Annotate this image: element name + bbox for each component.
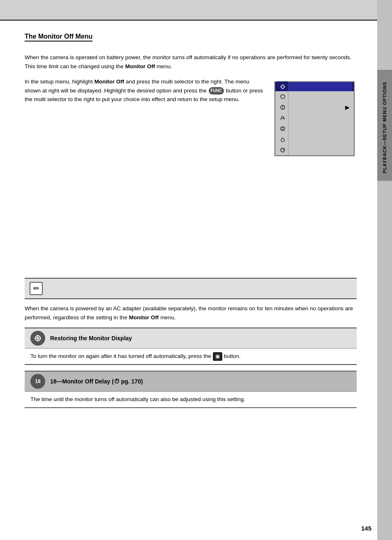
tip2-body-text: The time until the monitor turns off aut… [30,395,351,404]
monitor-button-inline: ▣ [213,352,222,361]
tip1-title: Restoring the Monitor Display [50,335,132,342]
side-tab-bg: PLAYBACK—SETUP MENU OPTIONS [377,0,392,540]
svg-point-15 [37,337,39,339]
side-tab-label: PLAYBACK—SETUP MENU OPTIONS [382,82,387,173]
svg-point-10 [281,138,284,142]
page-number: 145 [361,525,371,532]
tip2-icon: 18 [30,374,45,389]
svg-point-7 [281,127,285,131]
tip1-body: To turn the monitor on again after it ha… [25,348,357,365]
side-tab-text-container: PLAYBACK—SETUP MENU OPTIONS [377,74,392,181]
svg-marker-0 [281,85,285,89]
camera-lcd-menu: ▶ [274,81,355,156]
spacer [25,163,357,278]
tip1-body-text: To turn the monitor on again after it ha… [30,352,351,361]
camera-menu-image: ▶ [274,77,357,156]
tip1-icon [30,331,45,346]
tip2-title: 18—Monitor Off Delay (⏱ pg. 170) [50,378,143,385]
section-title: The Monitor Off Menu [25,33,92,42]
two-col-section: In the setup menu, highlight Monitor Off… [25,77,357,156]
tip2-header: 18 18—Monitor Off Delay (⏱ pg. 170) [25,371,357,392]
tip1-header: Restoring the Monitor Display [25,328,357,348]
tip2-body: The time until the monitor turns off aut… [25,392,357,408]
paragraph-1: When the camera is operated on battery p… [25,53,357,71]
top-divider [0,20,377,21]
top-gray-bar [0,0,377,20]
text-column: In the setup menu, highlight Monitor Off… [25,77,266,156]
func-button-inline: FUNC [209,87,224,95]
note-box: ✏ [25,278,357,299]
svg-point-5 [282,105,283,106]
ac-adapter-paragraph: When the camera is powered by an AC adap… [25,304,357,322]
note-icon: ✏ [30,282,43,295]
menu-arrow: ▶ [345,104,350,111]
paragraph-2: In the setup menu, highlight Monitor Off… [25,77,266,104]
